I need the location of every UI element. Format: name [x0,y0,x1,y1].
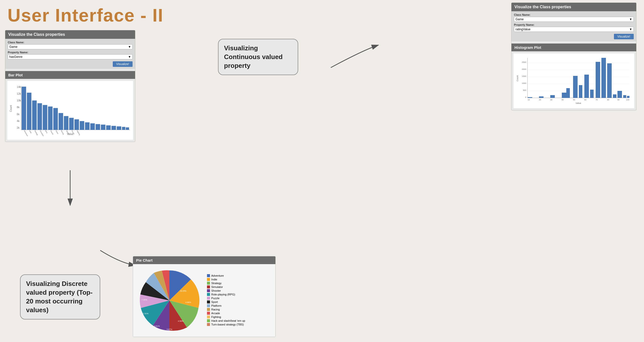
svg-text:10.8%: 10.8% [180,290,186,292]
svg-rect-22 [85,122,89,130]
callout-continuous: Visualizing Continuous valued property [218,39,298,75]
legend-item-hack: Hack and slash/beat 'em up [207,319,252,322]
svg-text:4k: 4k [17,120,20,122]
svg-rect-67 [601,58,606,98]
page-title: User Interface - II [8,5,163,26]
svg-text:70: 70 [596,99,598,101]
svg-text:2k: 2k [17,126,20,129]
svg-rect-21 [80,121,84,130]
svg-text:10k: 10k [17,99,21,102]
svg-rect-14 [43,105,47,130]
legend-item-adventure: Adventure [207,274,252,277]
svg-rect-71 [623,95,626,98]
svg-text:12k: 12k [17,92,21,95]
legend-item-arcade: Arcade [207,312,252,315]
svg-text:90: 90 [617,99,620,101]
callout-discrete: Visualizing Discrete valued property (To… [20,274,100,319]
legend-item-puzzle: Puzzle [207,297,252,300]
svg-rect-66 [596,62,600,98]
svg-rect-70 [617,91,622,98]
svg-text:30: 30 [550,99,553,101]
tr-class-name-label: Class Name: [514,13,634,16]
svg-text:4.58%: 4.58% [178,320,184,322]
svg-text:10: 10 [528,99,530,101]
svg-text:Indie: Indie [29,130,32,134]
class-name-label: Class Name: [8,41,133,44]
visualize-button-left[interactable]: Visualize! [113,61,133,67]
svg-rect-24 [95,124,100,130]
legend-item-simulator: Simulator [207,285,252,288]
pie-chart-header: Pie Chart [133,256,275,264]
svg-text:500: 500 [523,89,526,91]
tr-property-name-input[interactable]: ratingValue ▼ [514,27,634,32]
tr-property-name-label: Property Name: [514,23,634,26]
legend-item-platform: Platform [207,304,252,307]
top-left-form-header: Visualize the Class properties [5,30,135,39]
svg-text:0: 0 [525,96,526,98]
visualize-button-right[interactable]: Visualize! [614,34,634,39]
svg-rect-23 [90,123,95,130]
svg-rect-68 [607,63,612,98]
svg-rect-30 [126,127,129,130]
svg-text:Value: Value [576,102,581,104]
svg-rect-64 [584,75,589,98]
svg-text:8k: 8k [17,106,20,109]
svg-rect-59 [550,95,555,98]
svg-rect-62 [573,76,578,98]
svg-rect-19 [69,118,74,130]
svg-text:RPG: RPG [45,130,48,134]
svg-text:6k: 6k [17,113,20,116]
svg-rect-65 [590,90,594,98]
pie-chart-svg: 10.8% 4.98% 4.58% 3.87% 3.61% 7.31% 7.35… [137,268,202,333]
svg-text:4.98%: 4.98% [185,301,191,303]
svg-text:7.35%: 7.35% [142,299,147,301]
svg-text:Racing: Racing [61,130,64,135]
svg-rect-57 [528,97,532,98]
svg-rect-63 [579,85,582,98]
svg-rect-17 [59,113,63,130]
svg-rect-16 [53,108,58,130]
svg-rect-69 [613,94,616,98]
svg-rect-20 [74,119,79,130]
bar-chart-svg: 14k 12k 10k 8k 6k 4k 2k [10,83,131,136]
svg-rect-61 [566,88,570,98]
bar-plot-section: Bar Plot 14k 12k 10k 8k 6k 4k 2k [5,71,135,140]
svg-rect-60 [562,93,566,98]
svg-text:Count: Count [10,105,12,112]
svg-rect-28 [117,126,121,130]
svg-text:Strategy: Strategy [34,130,38,135]
property-name-input[interactable]: hasGenre ▼ [8,54,133,59]
legend-item-shooter: Shooter [207,289,252,292]
svg-rect-25 [101,125,105,130]
svg-rect-11 [27,93,31,130]
svg-text:3.87%: 3.87% [167,328,172,330]
svg-rect-29 [122,127,125,130]
legend-item-fighting: Fighting [207,315,252,318]
top-right-panel: Visualize the Class properties Class Nam… [511,3,636,110]
legend-item-sport: Sport [207,300,252,303]
svg-text:Casual: Casual [50,130,54,135]
svg-text:Action: Action [55,130,59,134]
legend-item-strategy: Strategy [207,282,252,285]
histogram-body: 0 500 1000 1500 2000 2500 [513,53,634,108]
svg-rect-15 [48,106,53,130]
svg-text:2000: 2000 [522,68,526,70]
histogram-svg: 0 500 1000 1500 2000 2500 [516,56,632,105]
top-left-panel: Visualize the Class properties Class Nam… [5,30,135,142]
top-right-form-body: Class Name: Game ▼ Property Name: rating… [511,11,636,41]
svg-text:1500: 1500 [522,75,526,77]
svg-text:Count: Count [516,75,519,82]
svg-text:14k: 14k [17,86,21,88]
pie-chart-body: 10.8% 4.98% 4.58% 3.87% 3.61% 7.31% 7.35… [133,264,275,337]
svg-rect-10 [22,87,26,130]
tr-class-name-input[interactable]: Game ▼ [514,17,634,22]
svg-text:20: 20 [539,99,541,101]
svg-rect-26 [106,125,111,130]
svg-text:100: 100 [626,99,629,101]
svg-text:Simulation: Simulation [40,130,44,136]
svg-text:Adventure: Adventure [24,130,28,136]
svg-rect-27 [112,126,116,130]
pie-legend: Adventure Indie Strategy Simulator Shoot… [207,274,252,327]
class-name-input[interactable]: Game ▼ [8,44,133,49]
bar-plot-header: Bar Plot [5,71,135,79]
